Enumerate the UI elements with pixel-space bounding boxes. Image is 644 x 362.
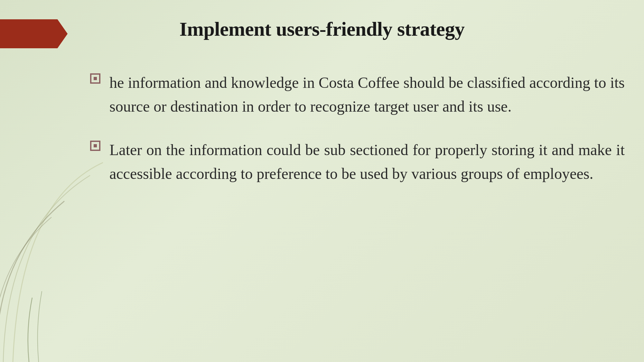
slide-container: Implement users-friendly strategy he inf… bbox=[0, 0, 644, 362]
bullet-marker-2 bbox=[90, 141, 100, 151]
bullet-text-1: he information and knowledge in Costa Co… bbox=[109, 71, 625, 119]
slide-title: Implement users-friendly strategy bbox=[0, 18, 644, 41]
content-area: he information and knowledge in Costa Co… bbox=[90, 71, 625, 343]
bullet-text-2: Later on the information could be sub se… bbox=[109, 138, 625, 186]
bullet-item-1: he information and knowledge in Costa Co… bbox=[90, 71, 625, 119]
bullet-marker-1 bbox=[90, 73, 100, 84]
decorative-lines bbox=[0, 137, 103, 362]
bullet-item-2: Later on the information could be sub se… bbox=[90, 138, 625, 186]
